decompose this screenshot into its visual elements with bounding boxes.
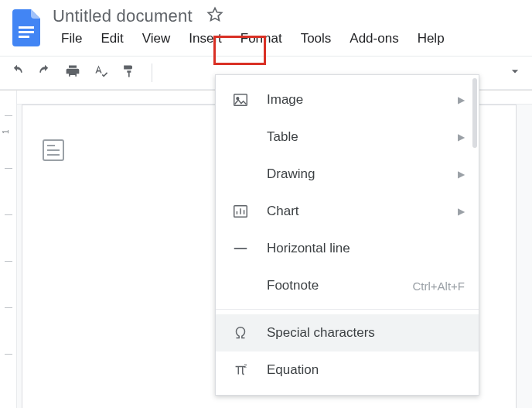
submenu-arrow-icon: ▶ <box>458 132 465 142</box>
dd-image-label: Image <box>267 92 303 108</box>
doc-title[interactable]: Untitled document <box>53 6 193 26</box>
dd-table-label: Table <box>267 129 298 145</box>
submenu-arrow-icon: ▶ <box>458 169 465 180</box>
docs-logo[interactable] <box>11 8 42 48</box>
menu-help[interactable]: Help <box>409 28 453 50</box>
dd-hline-label: Horizontal line <box>267 241 350 256</box>
redo-icon[interactable] <box>37 63 53 82</box>
toolbar-separator <box>152 63 152 82</box>
paint-format-icon[interactable] <box>121 63 136 82</box>
menu-insert[interactable]: Insert <box>180 28 230 50</box>
svg-rect-1 <box>19 31 34 33</box>
more-toolbar-icon[interactable] <box>507 63 523 82</box>
omega-icon <box>231 324 250 342</box>
dd-chart[interactable]: Chart ▶ <box>216 193 479 230</box>
pi-icon: 2 <box>231 361 250 379</box>
svg-rect-2 <box>19 36 29 38</box>
undo-icon[interactable] <box>9 63 25 82</box>
svg-text:2: 2 <box>244 363 247 369</box>
menubar: File Edit View Insert Format Tools Add-o… <box>53 28 453 50</box>
dd-footnote[interactable]: Footnote Ctrl+Alt+F <box>216 267 479 304</box>
dd-image[interactable]: Image ▶ <box>216 81 479 118</box>
spellcheck-icon[interactable] <box>93 63 108 82</box>
dd-footnote-shortcut: Ctrl+Alt+F <box>412 279 465 293</box>
chart-icon <box>231 202 250 221</box>
dd-drawing[interactable]: Drawing ▶ <box>216 156 479 193</box>
ruler-vertical: 1 <box>0 91 17 408</box>
insert-dropdown: Image ▶ Table ▶ Drawing ▶ Chart ▶ Horizo… <box>215 74 479 396</box>
drawing-icon <box>231 165 250 183</box>
menu-view[interactable]: View <box>134 28 179 50</box>
dd-footnote-label: Footnote <box>267 278 319 293</box>
dd-equation[interactable]: 2 Equation <box>216 351 479 389</box>
image-icon <box>231 91 250 109</box>
menu-tools[interactable]: Tools <box>292 28 340 50</box>
print-icon[interactable] <box>65 63 80 82</box>
dd-special-characters[interactable]: Special characters <box>216 314 479 351</box>
svg-rect-3 <box>234 94 247 106</box>
menu-addons[interactable]: Add-ons <box>341 28 407 50</box>
dd-table[interactable]: Table ▶ <box>216 118 479 156</box>
outline-icon[interactable] <box>43 139 64 161</box>
menu-format[interactable]: Format <box>232 28 291 50</box>
svg-rect-0 <box>19 26 34 29</box>
menu-file[interactable]: File <box>53 28 90 50</box>
hline-icon <box>231 239 250 258</box>
footnote-icon <box>231 276 250 295</box>
table-icon <box>231 128 250 146</box>
dd-drawing-label: Drawing <box>267 166 315 182</box>
dd-special-label: Special characters <box>267 325 375 341</box>
star-icon[interactable] <box>206 6 223 26</box>
submenu-arrow-icon: ▶ <box>458 206 465 217</box>
submenu-arrow-icon: ▶ <box>458 94 465 105</box>
dropdown-separator <box>216 309 479 310</box>
menu-edit[interactable]: Edit <box>92 28 131 50</box>
dd-hline[interactable]: Horizontal line <box>216 230 479 267</box>
dd-chart-label: Chart <box>267 204 299 219</box>
dd-equation-label: Equation <box>267 362 319 378</box>
